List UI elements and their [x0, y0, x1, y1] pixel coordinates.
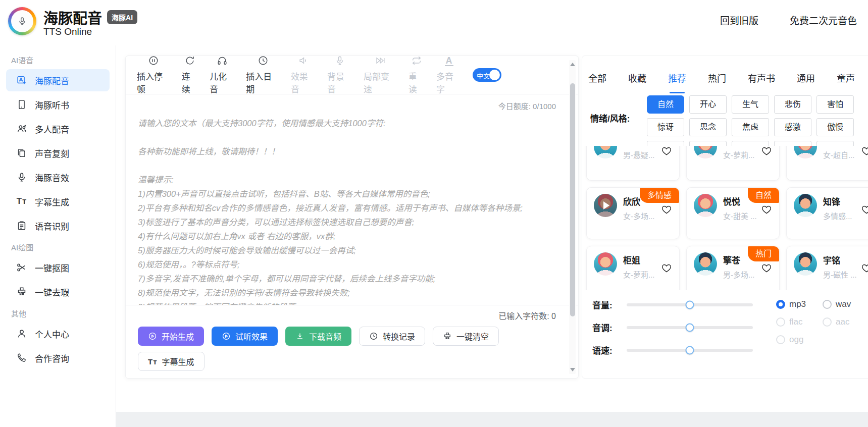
- heart-icon[interactable]: [861, 146, 868, 156]
- voice-card-list: 男-悬疑... 女-萝莉... 女-超自... 多情感 欣欣: [582, 146, 868, 290]
- voice-desc: 女-多场...: [623, 210, 655, 221]
- voice-card-guijie[interactable]: 柜姐 女-萝莉...: [586, 246, 680, 290]
- sidebar-item-cooperation[interactable]: 合作咨询: [6, 347, 110, 369]
- sidebar-item-multi-dubbing[interactable]: 多人配音: [6, 118, 110, 140]
- sidebar-section-other: 其他: [11, 308, 116, 318]
- tool-stress[interactable]: 重读: [409, 55, 425, 95]
- heart-icon[interactable]: [661, 204, 672, 215]
- generate-button[interactable]: 开始生成: [138, 327, 204, 346]
- emotion-chip-anxious[interactable]: 焦虑: [732, 118, 769, 136]
- scissors-icon: [16, 262, 27, 273]
- emotion-chip-grateful[interactable]: 感激: [774, 118, 811, 136]
- tab-general[interactable]: 通用: [797, 71, 815, 93]
- history-button[interactable]: 转换记录: [359, 327, 425, 346]
- heart-icon[interactable]: [761, 204, 772, 215]
- tab-all[interactable]: 全部: [588, 71, 606, 93]
- slider-thumb[interactable]: [686, 346, 694, 354]
- emotion-chip-clipped[interactable]: [647, 141, 684, 146]
- link-old-version[interactable]: 回到旧版: [720, 13, 758, 27]
- voice-name: 柜姐: [623, 253, 655, 266]
- brush-icon: [16, 286, 27, 297]
- clear-all-button[interactable]: 一键清空: [433, 327, 499, 346]
- voice-card-xinxin[interactable]: 多情感 欣欣 女-多场...: [586, 187, 680, 239]
- tab-child-voice[interactable]: 童声: [837, 71, 855, 93]
- speed-slider[interactable]: [627, 349, 753, 352]
- slider-thumb[interactable]: [686, 323, 694, 332]
- heart-icon[interactable]: [861, 204, 868, 215]
- heart-icon[interactable]: [861, 262, 868, 274]
- emotion-chip-clipped[interactable]: [732, 141, 769, 146]
- heart-icon[interactable]: [661, 262, 672, 274]
- preview-button[interactable]: 试听效果: [212, 327, 278, 346]
- emotion-chip-sad[interactable]: 悲伤: [774, 95, 811, 114]
- play-icon[interactable]: [594, 194, 617, 217]
- tab-hot[interactable]: 热门: [708, 71, 726, 93]
- format-radio-wav[interactable]: wav: [823, 299, 868, 309]
- emotion-chip-natural[interactable]: 自然: [647, 95, 684, 114]
- scroll-down-arrow-icon[interactable]: [570, 368, 575, 371]
- format-radio-mp3[interactable]: mp3: [776, 299, 823, 309]
- heart-icon[interactable]: [761, 146, 772, 156]
- tool-label: 多音字: [436, 70, 462, 95]
- tool-local-speed[interactable]: 局部变速: [364, 55, 397, 95]
- sidebar-item-retouch[interactable]: 一键去瑕: [6, 281, 110, 303]
- heart-icon[interactable]: [761, 262, 772, 274]
- format-label: mp3: [789, 299, 806, 309]
- tab-recommended[interactable]: 推荐: [668, 71, 686, 93]
- emotion-chip-clipped[interactable]: [689, 141, 727, 146]
- sidebar-item-subtitle-gen[interactable]: Tᴛ 字幕生成: [6, 190, 110, 212]
- scroll-up-arrow-icon[interactable]: [570, 63, 575, 66]
- voice-card[interactable]: 女-萝莉...: [686, 146, 780, 181]
- voice-card-yueyue[interactable]: 自然 悦悦 女-甜美 ...: [686, 187, 780, 239]
- emotion-chip-angry[interactable]: 生气: [732, 95, 769, 114]
- emotion-chip-missing[interactable]: 思念: [689, 118, 727, 136]
- format-label: aac: [836, 317, 849, 327]
- voice-card[interactable]: 女-超自...: [786, 146, 868, 181]
- format-label: ogg: [789, 335, 803, 345]
- voice-desc: 女-甜美 ...: [723, 210, 757, 221]
- pitch-slider-label: 音调:: [592, 321, 620, 334]
- volume-slider[interactable]: [627, 303, 753, 306]
- slider-thumb[interactable]: [686, 300, 694, 309]
- text-input-placeholder[interactable]: 请输入您的文本（最大支持3000字符，使用情感最大支持1000字符: 各种新功能…: [138, 116, 556, 314]
- link-free-anime-voice[interactable]: 免费二次元音色: [790, 13, 857, 27]
- avatar: [794, 252, 817, 276]
- sidebar-item-listen-book[interactable]: 海豚听书: [6, 93, 110, 116]
- emotion-chip-afraid[interactable]: 害怕: [816, 95, 854, 114]
- tab-audiobook[interactable]: 有声书: [748, 71, 775, 93]
- heart-icon[interactable]: [661, 146, 672, 156]
- tool-erhua[interactable]: 儿化音: [210, 55, 235, 95]
- sidebar-item-matting[interactable]: 一键抠图: [6, 256, 110, 279]
- tool-label: 连续: [182, 70, 198, 95]
- sidebar-item-sound-effect[interactable]: 海豚音效: [6, 166, 110, 188]
- tool-polyphone[interactable]: A 多音字: [436, 55, 462, 95]
- editor-scrollbar[interactable]: [569, 60, 576, 374]
- tool-insert-pause[interactable]: 插入停顿: [137, 55, 171, 95]
- sidebar-item-voice-clone[interactable]: 声音复刻: [6, 142, 110, 164]
- tool-background-sound[interactable]: 背景音: [327, 55, 352, 95]
- sidebar-item-speech-recognition[interactable]: 语音识别: [6, 215, 110, 237]
- voice-card-yuming[interactable]: 宇铭 男-磁性 ...: [786, 246, 868, 290]
- emotion-chip-surprised[interactable]: 惊讶: [647, 118, 684, 136]
- sidebar-item-personal-center[interactable]: 个人中心: [6, 323, 110, 345]
- tool-continuous[interactable]: 连续: [182, 55, 198, 95]
- tool-insert-date[interactable]: 插入日期: [246, 55, 280, 95]
- voice-card[interactable]: 男-悬疑...: [586, 146, 680, 181]
- emotion-chip-arrogant[interactable]: 傲慢: [816, 118, 854, 136]
- tool-label: 重读: [409, 70, 425, 95]
- format-radio-flac: flac: [776, 317, 823, 327]
- subtitle-generate-button[interactable]: Tᴛ 字幕生成: [138, 352, 205, 371]
- emotion-chip-clipped[interactable]: [816, 141, 854, 146]
- emotion-chip-clipped[interactable]: [774, 141, 811, 146]
- language-toggle[interactable]: 中文: [473, 68, 501, 82]
- pitch-slider[interactable]: [627, 326, 753, 329]
- sidebar-item-dubbing[interactable]: 海豚配音: [6, 69, 110, 91]
- voice-card-qingcang[interactable]: 热门 擎苍 男-多场...: [686, 246, 780, 290]
- download-audio-button[interactable]: 下载音频: [285, 327, 351, 346]
- emotion-chip-happy[interactable]: 开心: [689, 95, 727, 114]
- tab-favorites[interactable]: 收藏: [628, 71, 646, 93]
- scrollbar-thumb[interactable]: [570, 83, 575, 316]
- voice-name: [823, 146, 855, 146]
- tool-effect-sound[interactable]: 效果音: [291, 55, 316, 95]
- voice-card-zhifeng[interactable]: 知锋 多情感...: [786, 187, 868, 239]
